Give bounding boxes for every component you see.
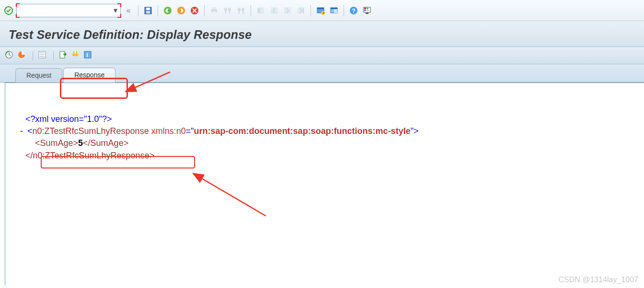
svg-rect-2 xyxy=(146,8,150,10)
focus-corner-icon xyxy=(117,3,121,7)
back-icon[interactable] xyxy=(162,5,173,16)
focus-corner-icon xyxy=(117,14,121,18)
xml-declaration: <?xml version="1.0"?> xyxy=(18,113,644,125)
xml-punc: "> xyxy=(411,126,419,136)
xml-root-open: - <n0:ZTestRfcSumLhyResponse xmlns:n0="u… xyxy=(18,125,644,137)
xml-text: xml version="1.0" xyxy=(35,114,102,124)
svg-rect-31 xyxy=(364,8,366,9)
print-icon xyxy=(208,5,220,16)
xml-attr-name: xmlns:n0 xyxy=(151,126,186,136)
toolbar-separator xyxy=(310,5,311,16)
svg-rect-33 xyxy=(364,10,366,11)
toolbar-separator xyxy=(251,5,251,16)
page-title: Test Service Definition: Display Respons… xyxy=(9,28,635,42)
customize-icon[interactable] xyxy=(361,5,373,16)
xml-response-view: <?xml version="1.0"?> - <n0:ZTestRfcSumL… xyxy=(0,83,644,286)
new-session-icon[interactable]: ✶ xyxy=(315,5,326,16)
collapse-toggle-icon[interactable]: - xyxy=(18,125,25,137)
layout-icon[interactable] xyxy=(328,5,340,16)
focus-corner-icon xyxy=(16,14,20,18)
command-field-wrap: ▾ xyxy=(16,4,121,17)
svg-rect-32 xyxy=(367,8,368,9)
pie-icon[interactable] xyxy=(17,50,28,61)
toolbar-separator xyxy=(33,51,33,60)
xml-tag: </SumAge> xyxy=(83,138,128,148)
toolbar-separator xyxy=(53,51,54,60)
xml-punc: ?> xyxy=(102,114,112,124)
collapse-left-icon[interactable]: « xyxy=(123,5,134,16)
title-bar: Test Service Definition: Display Respons… xyxy=(0,21,644,47)
toolbar-separator xyxy=(344,5,344,16)
xml-root-close: </n0:ZTestRfcSumLhyResponse> xyxy=(18,150,644,162)
svg-text:i: i xyxy=(87,52,88,59)
prev-page-icon xyxy=(268,5,280,16)
svg-rect-35 xyxy=(366,12,368,14)
top-toolbar: ▾ « + ✶ xyxy=(0,0,644,21)
xml-tag: </n0:ZTestRfcSumLhyResponse> xyxy=(25,151,154,160)
xml-punc: =" xyxy=(186,126,194,136)
download-icon[interactable] xyxy=(71,50,81,61)
toolbar-separator xyxy=(158,5,158,16)
toolbar-separator xyxy=(204,5,205,16)
svg-rect-17 xyxy=(271,7,277,14)
focus-corner-icon xyxy=(16,3,20,7)
tab-bar: Request Response xyxy=(0,64,644,83)
tab-request[interactable]: Request xyxy=(15,68,62,83)
svg-text:?: ? xyxy=(352,7,356,14)
svg-rect-22 xyxy=(317,8,324,9)
watermark: CSDN @1314lay_1007 xyxy=(558,276,638,284)
svg-rect-18 xyxy=(284,7,291,14)
svg-rect-11 xyxy=(229,12,230,14)
tab-label: Response xyxy=(74,71,104,79)
next-page-icon xyxy=(282,5,293,16)
svg-rect-3 xyxy=(146,11,150,13)
svg-rect-34 xyxy=(367,10,368,11)
ok-icon[interactable] xyxy=(3,5,14,16)
toolbar-separator xyxy=(138,5,138,16)
svg-rect-26 xyxy=(331,8,337,9)
tab-response[interactable]: Response xyxy=(63,68,115,83)
svg-rect-42 xyxy=(60,51,65,58)
xml-tag: n0:ZTestRfcSumLhyResponse xyxy=(33,126,149,136)
export-icon[interactable] xyxy=(58,50,69,61)
svg-text:✶: ✶ xyxy=(322,11,325,15)
cancel-icon[interactable] xyxy=(189,5,200,16)
xml-text: 5 xyxy=(78,138,83,148)
find-icon xyxy=(222,5,233,16)
find-next-icon: + xyxy=(235,5,247,16)
first-page-icon xyxy=(255,5,266,16)
svg-rect-8 xyxy=(212,7,216,9)
svg-rect-27 xyxy=(334,9,337,13)
save-icon[interactable] xyxy=(142,5,154,16)
svg-text:+: + xyxy=(243,12,245,15)
svg-rect-10 xyxy=(225,12,226,14)
app-toolbar: i xyxy=(0,47,644,64)
tree-icon[interactable] xyxy=(38,50,48,61)
command-field[interactable] xyxy=(16,4,121,17)
svg-point-5 xyxy=(177,7,185,14)
exit-icon[interactable] xyxy=(175,5,187,16)
info-icon[interactable]: i xyxy=(83,50,94,61)
xml-tag: <SumAge> xyxy=(35,138,78,148)
tab-label: Request xyxy=(26,72,51,79)
xml-punc: < xyxy=(27,126,33,136)
xml-punc: <? xyxy=(25,114,35,124)
xml-attr-value: urn:sap-com:document:sap:soap:functions:… xyxy=(194,126,411,136)
last-page-icon xyxy=(295,5,307,16)
help-icon[interactable]: ? xyxy=(348,5,359,16)
xml-child: <SumAge>5</SumAge> xyxy=(18,137,644,149)
svg-rect-9 xyxy=(212,12,216,14)
clock-icon[interactable] xyxy=(5,50,15,61)
svg-point-4 xyxy=(164,7,172,14)
svg-rect-12 xyxy=(239,12,240,14)
